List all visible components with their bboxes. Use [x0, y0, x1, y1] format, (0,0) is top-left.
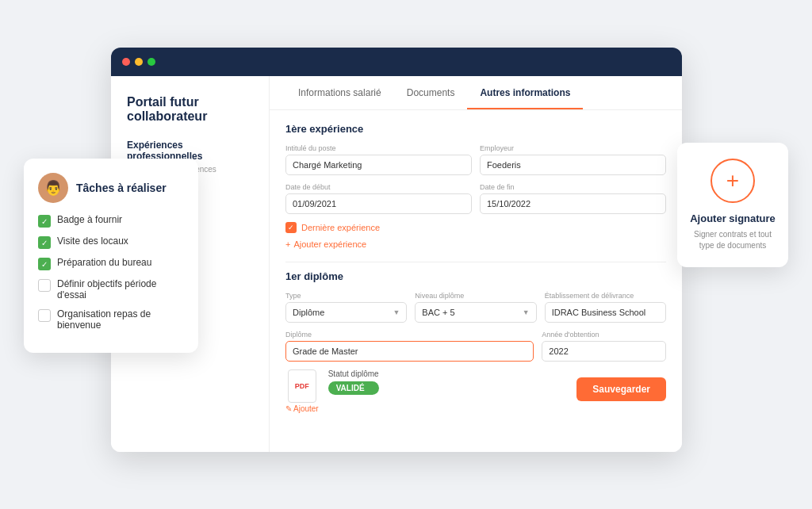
- signature-title: Ajouter signature: [690, 212, 776, 224]
- tab-informations-salarie[interactable]: Informations salarié: [285, 76, 394, 109]
- derniere-experience-row[interactable]: ✓ Dernière expérience: [285, 222, 666, 233]
- field-date-debut: Date de début 01/09/2021: [285, 183, 472, 214]
- dot-red[interactable]: [122, 58, 130, 66]
- task-check-done-3: ✓: [38, 258, 51, 270]
- task-check-empty-5: [38, 309, 51, 322]
- input-intitule[interactable]: Chargé Marketing: [285, 155, 472, 175]
- field-diplome-name: Diplôme Grade de Master: [285, 331, 534, 362]
- field-employeur: Employeur Foederis: [480, 144, 666, 175]
- form-area: 1ère expérience Intitulé du poste Chargé…: [270, 110, 682, 452]
- save-wrapper: Sauvegarder: [389, 369, 666, 401]
- field-date-fin: Date de fin 15/10/2022: [480, 183, 666, 214]
- add-experience-link[interactable]: + Ajouter expérience: [285, 239, 666, 249]
- label-date-fin: Date de fin: [480, 183, 666, 191]
- label-etablissement: Établissement de délivrance: [545, 292, 666, 300]
- diplome-row-1: Type Diplôme ▼ Niveau diplôme BAC + 5 ▼ …: [285, 292, 666, 323]
- diplome-row-2: Diplôme Grade de Master Année d'obtentio…: [285, 331, 666, 362]
- task-item-4[interactable]: Définir objectifs période d'essai: [38, 278, 184, 300]
- tasks-card: 👨 Tâches à réaliser ✓ Badge à fournir ✓ …: [24, 159, 198, 353]
- task-item-1[interactable]: ✓ Badge à fournir: [38, 214, 184, 228]
- select-type[interactable]: Diplôme ▼: [285, 302, 407, 323]
- experience-section-title: 1ère expérience: [285, 123, 666, 135]
- portal-title: Portail futur collaborateur: [127, 95, 253, 124]
- field-annee: Année d'obtention 2022: [542, 331, 666, 362]
- input-diplome-name[interactable]: Grade de Master: [285, 341, 534, 362]
- task-item-5[interactable]: Organisation repas de bienvenue: [38, 308, 184, 331]
- statut-label: Statut diplôme: [328, 369, 379, 378]
- save-button[interactable]: Sauvegarder: [576, 377, 666, 401]
- label-date-debut: Date de début: [285, 183, 472, 191]
- signature-card: + Ajouter signature Signer contrats et t…: [677, 143, 788, 267]
- label-niveau: Niveau diplôme: [415, 292, 536, 300]
- diplome-section-title: 1er diplôme: [285, 270, 666, 282]
- input-date-debut[interactable]: 01/09/2021: [285, 193, 472, 214]
- input-employeur[interactable]: Foederis: [480, 155, 666, 175]
- label-diplome-name: Diplôme: [285, 331, 534, 339]
- experience-row-1: Intitulé du poste Chargé Marketing Emplo…: [285, 144, 666, 175]
- input-date-fin[interactable]: 15/10/2022: [480, 193, 666, 214]
- input-etablissement[interactable]: IDRAC Business School: [545, 302, 666, 323]
- chevron-down-icon: ▼: [393, 308, 400, 316]
- badge-valide: VALIDÉ: [328, 381, 379, 395]
- task-check-done-1: ✓: [38, 215, 51, 228]
- task-check-empty-4: [38, 279, 51, 292]
- pdf-add-label[interactable]: ✎ Ajouter: [285, 404, 319, 413]
- dot-green[interactable]: [147, 58, 155, 66]
- tasks-title: Tâches à réaliser: [76, 182, 167, 194]
- checkbox-derniere-label: Dernière expérience: [301, 223, 380, 232]
- browser-titlebar: [111, 48, 682, 76]
- pdf-icon[interactable]: PDF: [288, 369, 316, 403]
- pdf-icon-wrap: PDF ✎ Ajouter: [285, 369, 319, 413]
- checkbox-derniere[interactable]: ✓: [285, 222, 297, 233]
- field-type: Type Diplôme ▼: [285, 292, 407, 323]
- field-intitule: Intitulé du poste Chargé Marketing: [285, 144, 472, 175]
- task-item-2[interactable]: ✓ Visite des locaux: [38, 235, 184, 249]
- task-item-3[interactable]: ✓ Préparation du bureau: [38, 257, 184, 270]
- dot-yellow[interactable]: [135, 58, 143, 66]
- tasks-header: 👨 Tâches à réaliser: [38, 173, 184, 203]
- input-annee[interactable]: 2022: [542, 341, 666, 362]
- tabs-bar: Informations salarié Documents Autres in…: [270, 76, 682, 110]
- statut-area: Statut diplôme VALIDÉ: [328, 369, 379, 395]
- field-etablissement: Établissement de délivrance IDRAC Busine…: [545, 292, 666, 323]
- label-annee: Année d'obtention: [542, 331, 666, 339]
- tab-documents[interactable]: Documents: [394, 76, 468, 109]
- divider-1: [285, 262, 666, 262]
- chevron-down-icon-2: ▼: [523, 308, 530, 316]
- signature-subtitle: Signer contrats et tout type de document…: [688, 229, 777, 251]
- plus-circle[interactable]: +: [710, 159, 755, 203]
- browser-main-panel: Informations salarié Documents Autres in…: [270, 76, 682, 452]
- label-employeur: Employeur: [480, 144, 666, 152]
- avatar: 👨: [38, 173, 68, 203]
- experience-row-2: Date de début 01/09/2021 Date de fin 15/…: [285, 183, 666, 214]
- tab-autres-informations[interactable]: Autres informations: [467, 76, 583, 109]
- label-intitule: Intitulé du poste: [285, 144, 472, 152]
- field-niveau: Niveau diplôme BAC + 5 ▼: [415, 292, 536, 323]
- label-type: Type: [285, 292, 407, 300]
- task-check-done-2: ✓: [38, 236, 51, 249]
- select-niveau[interactable]: BAC + 5 ▼: [415, 302, 536, 323]
- pdf-row: PDF ✎ Ajouter Statut diplôme VALIDÉ Sauv…: [285, 369, 666, 413]
